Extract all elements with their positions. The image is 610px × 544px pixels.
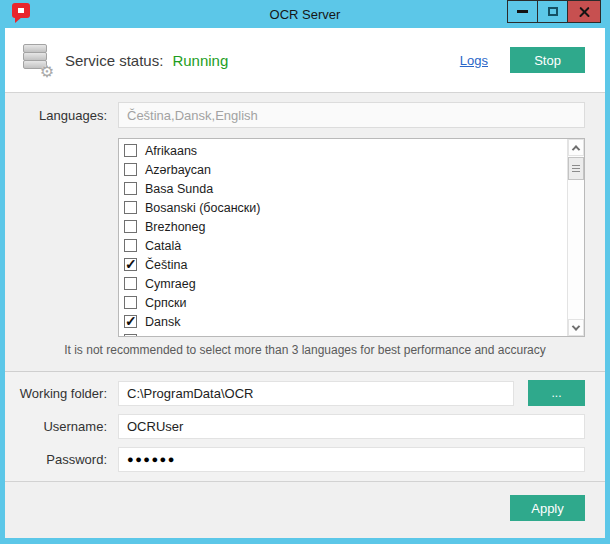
- language-item[interactable]: Српски: [124, 293, 567, 312]
- chevron-down-icon: [572, 322, 580, 330]
- scrollbar-thumb[interactable]: [568, 157, 584, 180]
- logo-tail-shape: [15, 17, 22, 23]
- checkbox-unchecked[interactable]: [124, 277, 137, 290]
- language-item-label: Català: [145, 239, 181, 253]
- language-item-label: Basa Sunda: [145, 182, 213, 196]
- scroll-down-button[interactable]: [568, 319, 584, 336]
- scrollbar-grip-icon: [572, 165, 580, 173]
- scroll-up-button[interactable]: [568, 139, 584, 156]
- language-item[interactable]: Brezhoneg: [124, 217, 567, 236]
- logs-link[interactable]: Logs: [460, 53, 488, 68]
- language-item-label: Afrikaans: [145, 144, 197, 158]
- service-status-section: ⚙ Service status: Running Logs Stop: [5, 28, 605, 93]
- minimize-icon: [517, 10, 528, 13]
- chevron-up-icon: [572, 145, 580, 153]
- checkbox-checked[interactable]: [124, 315, 137, 328]
- language-item-label: Cymraeg: [145, 277, 196, 291]
- language-item[interactable]: Deutsch: [124, 331, 567, 336]
- password-label: Password:: [5, 452, 118, 467]
- language-item-label: Azərbaycan: [145, 163, 211, 177]
- database-server-icon: ⚙: [23, 44, 50, 76]
- languages-label: Languages:: [5, 108, 118, 123]
- username-label: Username:: [5, 419, 118, 434]
- language-item[interactable]: Bosanski (босански): [124, 198, 567, 217]
- checkbox-unchecked[interactable]: [124, 182, 137, 195]
- gear-icon: ⚙: [40, 64, 54, 80]
- language-item[interactable]: Afrikaans: [124, 141, 567, 160]
- language-item-label: Dansk: [145, 315, 180, 329]
- apply-button[interactable]: Apply: [510, 495, 585, 521]
- language-list-scrollbar[interactable]: [567, 139, 584, 336]
- checkbox-unchecked[interactable]: [124, 220, 137, 233]
- service-status-value: Running: [172, 52, 228, 69]
- service-status-label: Service status:: [65, 52, 163, 69]
- languages-note: It is not recommended to select more tha…: [5, 343, 605, 357]
- working-folder-label: Working folder:: [5, 386, 118, 401]
- languages-section: Languages: AfrikaansAzərbaycanBasa Sunda…: [5, 93, 605, 372]
- language-item[interactable]: Azərbaycan: [124, 160, 567, 179]
- language-item-label: Brezhoneg: [145, 220, 205, 234]
- logo-bubble-shape: [12, 3, 30, 18]
- maximize-button[interactable]: [537, 0, 568, 23]
- close-button[interactable]: [567, 0, 601, 23]
- password-row: Password:: [5, 446, 585, 472]
- titlebar: OCR Server: [0, 0, 610, 28]
- language-item-label: Bosanski (босански): [145, 201, 260, 215]
- stop-button[interactable]: Stop: [510, 47, 585, 73]
- browse-button[interactable]: ...: [528, 380, 585, 406]
- languages-field-row: Languages:: [5, 102, 585, 128]
- checkbox-unchecked[interactable]: [124, 296, 137, 309]
- app-logo-icon: [12, 3, 32, 25]
- language-item[interactable]: Dansk: [124, 312, 567, 331]
- checkbox-unchecked[interactable]: [124, 163, 137, 176]
- password-input[interactable]: [118, 447, 585, 472]
- checkbox-unchecked[interactable]: [124, 334, 137, 336]
- close-icon: [578, 5, 591, 18]
- checkbox-unchecked[interactable]: [124, 201, 137, 214]
- maximize-icon: [548, 7, 558, 16]
- language-item-label: Српски: [145, 296, 186, 310]
- working-folder-input[interactable]: [118, 381, 514, 406]
- ocr-server-window: OCR Server ⚙ Service status: Running Log…: [0, 0, 610, 544]
- language-item[interactable]: Basa Sunda: [124, 179, 567, 198]
- username-input[interactable]: [118, 414, 585, 439]
- language-item[interactable]: Català: [124, 236, 567, 255]
- selected-languages-input[interactable]: [118, 102, 585, 128]
- checkbox-unchecked[interactable]: [124, 239, 137, 252]
- language-item[interactable]: Čeština: [124, 255, 567, 274]
- window-content: ⚙ Service status: Running Logs Stop Lang…: [5, 28, 605, 538]
- language-list-box: AfrikaansAzərbaycanBasa SundaBosanski (б…: [118, 138, 585, 337]
- language-item[interactable]: Cymraeg: [124, 274, 567, 293]
- username-row: Username:: [5, 413, 585, 439]
- language-item-label: Deutsch: [145, 334, 191, 337]
- language-list: AfrikaansAzərbaycanBasa SundaBosanski (б…: [119, 139, 567, 336]
- working-folder-row: Working folder: ...: [5, 380, 585, 406]
- minimize-button[interactable]: [507, 0, 538, 23]
- checkbox-checked[interactable]: [124, 258, 137, 271]
- footer-section: Apply: [5, 482, 605, 538]
- checkbox-unchecked[interactable]: [124, 144, 137, 157]
- language-item-label: Čeština: [145, 258, 187, 272]
- settings-form-section: Working folder: ... Username: Password:: [5, 372, 605, 482]
- window-controls: [508, 0, 601, 23]
